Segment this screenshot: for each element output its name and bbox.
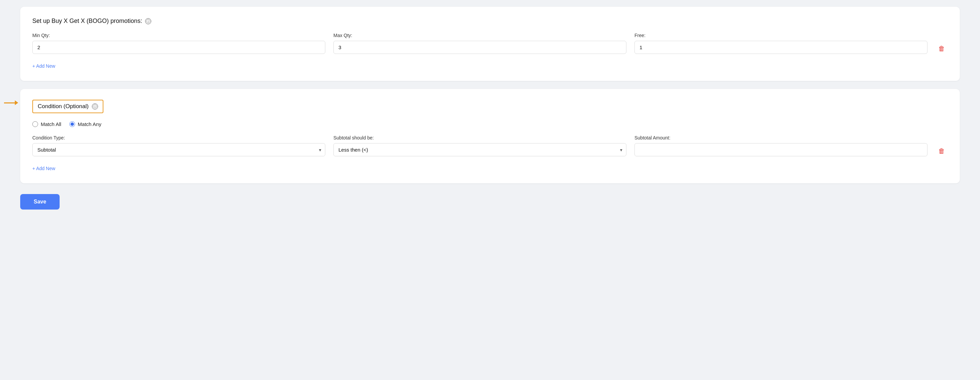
condition-wrapper: Condition (Optional) ⓘ Match All Match A… [20, 89, 960, 183]
save-button[interactable]: Save [20, 194, 60, 210]
arrow-head [15, 100, 18, 105]
bogo-delete-button[interactable]: 🗑 [935, 42, 948, 55]
bogo-fields-row: Min Qty: Max Qty: Free: 🗑 [32, 33, 948, 55]
match-all-radio-label[interactable]: Match All [32, 121, 61, 127]
condition-type-select[interactable]: Subtotal Total Quantity [32, 143, 325, 156]
condition-header-row: Condition (Optional) ⓘ [32, 100, 948, 113]
condition-type-label: Condition Type: [32, 135, 325, 140]
max-qty-label: Max Qty: [333, 33, 627, 38]
radio-row: Match All Match Any [32, 121, 948, 127]
min-qty-label: Min Qty: [32, 33, 325, 38]
free-label: Free: [635, 33, 928, 38]
bogo-card: Set up Buy X Get X (BOGO) promotions: ⓘ … [20, 7, 960, 81]
save-label: Save [34, 199, 46, 205]
subtotal-should-be-select[interactable]: Less then (<) Greater then (>) Equal to … [333, 143, 627, 156]
max-qty-input[interactable] [333, 41, 627, 54]
min-qty-group: Min Qty: [32, 33, 325, 54]
condition-trash-icon: 🗑 [938, 147, 945, 155]
subtotal-amount-input[interactable] [635, 143, 928, 156]
free-group: Free: [635, 33, 928, 54]
condition-title-text: Condition (Optional) [38, 103, 89, 110]
subtotal-should-be-select-wrapper: Less then (<) Greater then (>) Equal to … [333, 143, 627, 156]
bogo-add-new-button[interactable]: + Add New [32, 62, 55, 70]
condition-add-new-label: + Add New [32, 166, 55, 171]
bogo-section-title: Set up Buy X Get X (BOGO) promotions: ⓘ [32, 17, 948, 25]
arrow-indicator [4, 100, 18, 105]
max-qty-group: Max Qty: [333, 33, 627, 54]
free-input[interactable] [635, 41, 928, 54]
condition-add-new-button[interactable]: + Add New [32, 164, 55, 172]
subtotal-should-be-group: Subtotal should be: Less then (<) Greate… [333, 135, 627, 156]
condition-card: Condition (Optional) ⓘ Match All Match A… [20, 89, 960, 183]
match-all-text: Match All [41, 121, 61, 127]
arrow-body [4, 102, 15, 103]
condition-fields-row: Condition Type: Subtotal Total Quantity … [32, 135, 948, 157]
bogo-title-text: Set up Buy X Get X (BOGO) promotions: [32, 17, 142, 24]
subtotal-should-be-label: Subtotal should be: [333, 135, 627, 140]
match-any-text: Match Any [78, 121, 101, 127]
bogo-info-icon[interactable]: ⓘ [145, 18, 151, 24]
match-all-radio[interactable] [32, 121, 38, 127]
trash-icon: 🗑 [938, 45, 945, 52]
match-any-radio-label[interactable]: Match Any [69, 121, 101, 127]
condition-type-select-wrapper: Subtotal Total Quantity ▾ [32, 143, 325, 156]
condition-title-box: Condition (Optional) ⓘ [32, 100, 103, 113]
condition-type-group: Condition Type: Subtotal Total Quantity … [32, 135, 325, 156]
bogo-add-new-label: + Add New [32, 63, 55, 69]
condition-delete-button[interactable]: 🗑 [935, 145, 948, 157]
match-any-radio[interactable] [69, 121, 75, 127]
subtotal-amount-group: Subtotal Amount: [635, 135, 928, 156]
min-qty-input[interactable] [32, 41, 325, 54]
subtotal-amount-label: Subtotal Amount: [635, 135, 928, 140]
condition-info-icon[interactable]: ⓘ [92, 103, 98, 110]
